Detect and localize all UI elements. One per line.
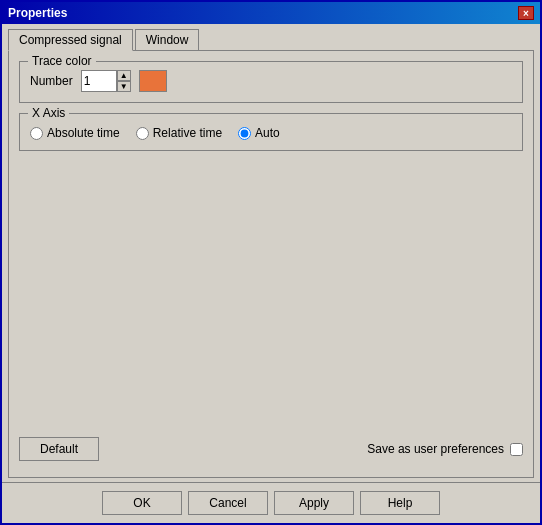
bottom-section: Default Save as user preferences	[19, 431, 523, 467]
close-button[interactable]: ×	[518, 6, 534, 20]
help-button[interactable]: Help	[360, 491, 440, 515]
trace-color-label: Trace color	[28, 54, 96, 68]
xaxis-options-row: Absolute time Relative time Auto	[30, 122, 512, 140]
properties-dialog: Properties × Compressed signal Window Tr…	[0, 0, 542, 525]
cancel-button[interactable]: Cancel	[188, 491, 268, 515]
xaxis-relative-time-label: Relative time	[153, 126, 222, 140]
tab-bar: Compressed signal Window	[8, 28, 534, 50]
xaxis-relative-time-option[interactable]: Relative time	[136, 126, 222, 140]
save-prefs-checkbox[interactable]	[510, 443, 523, 456]
spinner-container: ▲ ▼	[81, 70, 131, 92]
button-row: OK Cancel Apply Help	[2, 482, 540, 523]
ok-button[interactable]: OK	[102, 491, 182, 515]
save-prefs-label: Save as user preferences	[367, 442, 504, 456]
number-input[interactable]	[81, 70, 117, 92]
xaxis-absolute-time-option[interactable]: Absolute time	[30, 126, 120, 140]
title-bar: Properties ×	[2, 2, 540, 24]
color-swatch[interactable]	[139, 70, 167, 92]
spinner-up-button[interactable]: ▲	[117, 70, 131, 81]
xaxis-auto-label: Auto	[255, 126, 280, 140]
default-button[interactable]: Default	[19, 437, 99, 461]
tab-content: Trace color Number ▲ ▼ X Axis	[8, 50, 534, 478]
tab-compressed-signal[interactable]: Compressed signal	[8, 29, 133, 51]
xaxis-absolute-time-label: Absolute time	[47, 126, 120, 140]
window-content: Compressed signal Window Trace color Num…	[2, 24, 540, 482]
tab-window[interactable]: Window	[135, 29, 200, 51]
trace-color-group: Trace color Number ▲ ▼	[19, 61, 523, 103]
xaxis-label: X Axis	[28, 106, 69, 120]
number-label: Number	[30, 74, 73, 88]
xaxis-absolute-time-radio[interactable]	[30, 127, 43, 140]
save-prefs-container: Save as user preferences	[367, 442, 523, 456]
spinner-down-button[interactable]: ▼	[117, 81, 131, 92]
apply-button[interactable]: Apply	[274, 491, 354, 515]
trace-color-row: Number ▲ ▼	[30, 70, 512, 92]
window-title: Properties	[8, 6, 67, 20]
xaxis-group: X Axis Absolute time Relative time Auto	[19, 113, 523, 151]
spinner-buttons: ▲ ▼	[117, 70, 131, 92]
xaxis-auto-option[interactable]: Auto	[238, 126, 280, 140]
xaxis-relative-time-radio[interactable]	[136, 127, 149, 140]
xaxis-auto-radio[interactable]	[238, 127, 251, 140]
